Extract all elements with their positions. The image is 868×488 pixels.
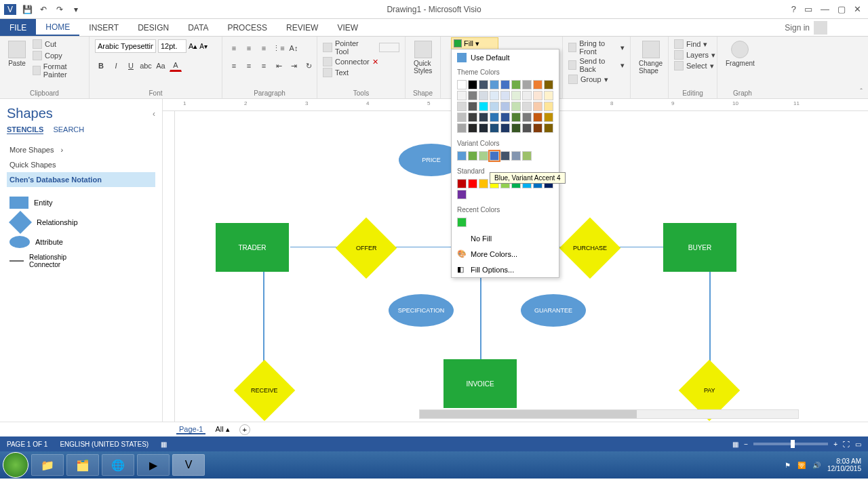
bold-button[interactable]: B — [95, 60, 107, 72]
color-swatch[interactable] — [457, 80, 467, 89]
underline-button[interactable]: U — [125, 60, 137, 72]
font-size-select[interactable] — [158, 39, 186, 53]
language-indicator[interactable]: ENGLISH (UNITED STATES) — [60, 441, 149, 448]
color-swatch[interactable] — [468, 102, 477, 111]
fragment-button[interactable]: Fragment — [723, 39, 757, 68]
qat-customize-icon[interactable]: ▾ — [71, 4, 81, 15]
scrollbar-thumb[interactable] — [420, 410, 637, 418]
rel-offer[interactable]: OFFER — [336, 218, 397, 279]
zoom-slider[interactable] — [753, 443, 828, 445]
tab-home[interactable]: HOME — [36, 19, 79, 36]
more-colors-option[interactable]: 🎨More Colors... — [452, 246, 559, 262]
tab-design[interactable]: DESIGN — [128, 19, 178, 36]
search-tab[interactable]: SEARCH — [53, 125, 84, 134]
color-swatch[interactable] — [479, 151, 488, 161]
color-swatch[interactable] — [511, 91, 521, 100]
rotate-text-icon[interactable]: ↻ — [302, 60, 315, 72]
color-swatch[interactable] — [468, 80, 477, 89]
color-swatch[interactable] — [457, 218, 467, 227]
rel-receive[interactable]: RECEIVE — [234, 360, 296, 422]
color-swatch[interactable] — [457, 91, 467, 100]
entity-invoice[interactable]: INVOICE — [443, 359, 517, 408]
color-swatch[interactable] — [468, 179, 477, 188]
attr-specification[interactable]: SPECIFICATION — [389, 294, 454, 327]
stencil-connector[interactable]: Relationship Connector — [7, 251, 81, 271]
color-swatch[interactable] — [522, 113, 532, 122]
strike-button[interactable]: abc — [140, 60, 152, 72]
color-swatch[interactable] — [457, 190, 467, 199]
color-swatch[interactable] — [479, 91, 488, 100]
tray-date[interactable]: 12/10/2015 — [827, 465, 861, 472]
tab-file[interactable]: FILE — [0, 19, 36, 36]
stencil-chen-db[interactable]: Chen's Database Notation — [7, 172, 155, 187]
grow-font-icon[interactable]: A▴ — [189, 42, 197, 51]
connector-tool-button[interactable]: Connector ✕ — [323, 57, 378, 66]
stencil-entity[interactable]: Entity — [7, 194, 81, 211]
start-button[interactable] — [3, 452, 28, 478]
color-swatch[interactable] — [457, 113, 467, 122]
color-swatch[interactable] — [544, 113, 553, 122]
find-button[interactable]: Find ▾ — [674, 39, 707, 49]
color-swatch[interactable] — [522, 80, 532, 89]
tray-time[interactable]: 8:03 AM — [827, 458, 861, 465]
color-swatch[interactable] — [522, 102, 532, 111]
color-swatch[interactable] — [522, 91, 532, 100]
color-swatch[interactable] — [511, 80, 521, 89]
taskbar-visio-icon[interactable]: V — [172, 454, 205, 476]
color-swatch[interactable] — [479, 113, 488, 122]
full-screen-icon[interactable]: ▭ — [855, 441, 861, 448]
macro-record-icon[interactable]: ▦ — [161, 441, 167, 448]
align-center-icon[interactable]: ≡ — [243, 60, 255, 72]
page-indicator[interactable]: PAGE 1 OF 1 — [7, 441, 47, 448]
bullets-icon[interactable]: ⋮≡ — [273, 42, 285, 54]
zoom-in-button[interactable]: + — [833, 441, 837, 448]
color-swatch[interactable] — [500, 113, 510, 122]
quick-shapes-row[interactable]: Quick Shapes — [7, 157, 155, 172]
color-swatch[interactable] — [468, 113, 477, 122]
color-swatch[interactable] — [511, 151, 521, 161]
color-swatch[interactable] — [457, 102, 467, 111]
user-avatar-icon[interactable] — [814, 21, 827, 35]
color-swatch[interactable] — [457, 151, 467, 161]
stencils-tab[interactable]: STENCILS — [7, 125, 43, 134]
group-button[interactable]: Group ▾ — [568, 75, 608, 84]
taskbar-explorer-icon[interactable]: 📁 — [31, 454, 64, 476]
format-painter-button[interactable]: Format Painter — [33, 62, 83, 79]
color-swatch[interactable] — [511, 102, 521, 111]
indent-dec-icon[interactable]: ⇤ — [273, 60, 285, 72]
entity-trader[interactable]: TRADER — [216, 223, 289, 272]
indent-inc-icon[interactable]: ⇥ — [288, 60, 300, 72]
use-default-option[interactable]: Use Default — [452, 49, 559, 66]
color-swatch[interactable] — [479, 123, 488, 133]
color-swatch[interactable] — [544, 80, 553, 89]
tab-view[interactable]: VIEW — [328, 19, 368, 36]
color-swatch[interactable] — [500, 123, 510, 133]
paste-button[interactable]: Paste — [5, 39, 28, 68]
select-button[interactable]: Select ▾ — [674, 61, 714, 70]
tab-review[interactable]: REVIEW — [277, 19, 328, 36]
stencil-relationship[interactable]: Relationship — [7, 211, 81, 233]
color-swatch[interactable] — [500, 80, 510, 89]
text-direction-icon[interactable]: A↕ — [288, 42, 300, 54]
fill-options-option[interactable]: ◧Fill Options... — [452, 262, 559, 277]
zoom-out-button[interactable]: − — [744, 441, 748, 448]
tray-flag-icon[interactable]: ⚑ — [785, 462, 791, 469]
horizontal-scrollbar[interactable] — [419, 409, 799, 419]
color-swatch[interactable] — [490, 102, 499, 111]
color-swatch[interactable] — [468, 123, 477, 133]
color-swatch[interactable] — [490, 91, 499, 100]
ribbon-collapse-icon[interactable]: ▭ — [804, 4, 812, 14]
more-shapes-row[interactable]: More Shapes › — [7, 142, 155, 157]
entity-buyer[interactable]: BUYER — [663, 223, 736, 272]
color-swatch[interactable] — [490, 80, 499, 89]
color-swatch[interactable] — [544, 102, 553, 111]
color-swatch[interactable] — [511, 123, 521, 133]
pointer-tool-button[interactable]: Pointer Tool — [323, 39, 399, 56]
taskbar-vlc-icon[interactable]: ▶ — [137, 454, 170, 476]
copy-button[interactable]: Copy — [33, 51, 83, 60]
color-swatch[interactable] — [479, 179, 488, 188]
cut-button[interactable]: Cut — [33, 39, 83, 49]
align-top-icon[interactable]: ≡ — [228, 42, 240, 54]
color-swatch[interactable] — [468, 151, 477, 161]
attr-guarantee[interactable]: GUARANTEE — [521, 294, 586, 327]
